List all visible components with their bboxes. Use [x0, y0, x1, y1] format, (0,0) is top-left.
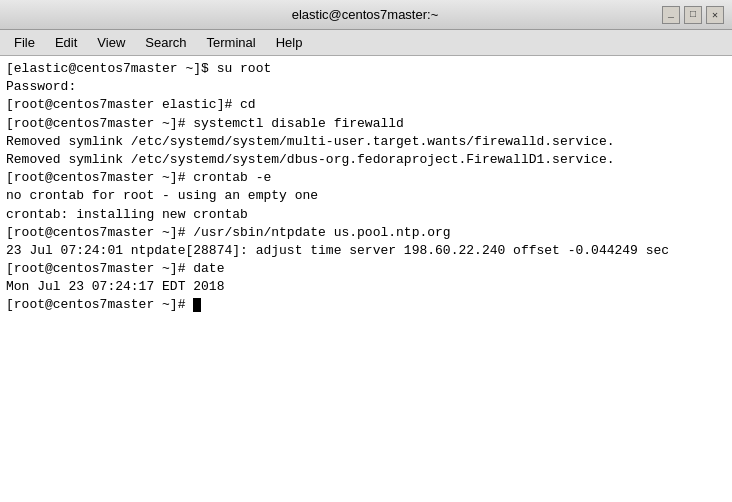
close-button[interactable]: ✕ — [706, 6, 724, 24]
maximize-button[interactable]: □ — [684, 6, 702, 24]
terminal-output: [elastic@centos7master ~]$ su root Passw… — [6, 60, 726, 315]
window-title: elastic@centos7master:~ — [68, 7, 662, 22]
menu-file[interactable]: File — [4, 33, 45, 52]
menu-terminal[interactable]: Terminal — [197, 33, 266, 52]
window-controls: _ □ ✕ — [662, 6, 724, 24]
terminal-window: elastic@centos7master:~ _ □ ✕ File Edit … — [0, 0, 732, 502]
title-bar: elastic@centos7master:~ _ □ ✕ — [0, 0, 732, 30]
terminal-area[interactable]: [elastic@centos7master ~]$ su root Passw… — [0, 56, 732, 502]
menu-view[interactable]: View — [87, 33, 135, 52]
terminal-cursor — [193, 298, 201, 312]
menu-search[interactable]: Search — [135, 33, 196, 52]
menu-bar: File Edit View Search Terminal Help — [0, 30, 732, 56]
menu-help[interactable]: Help — [266, 33, 313, 52]
menu-edit[interactable]: Edit — [45, 33, 87, 52]
minimize-button[interactable]: _ — [662, 6, 680, 24]
